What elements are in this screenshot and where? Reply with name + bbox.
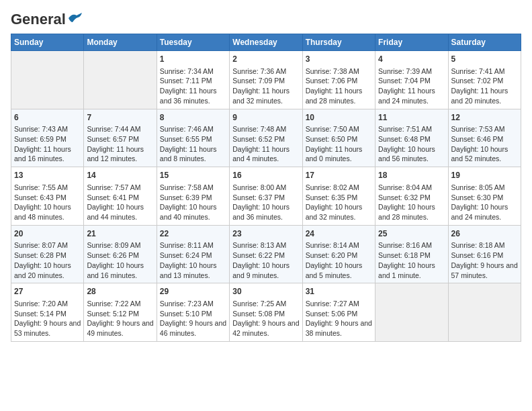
sunset: Sunset: 6:41 PM <box>87 193 139 201</box>
sunrise: Sunrise: 7:46 AM <box>160 125 214 133</box>
day-number: 20 <box>14 228 81 240</box>
table-cell: 16Sunrise: 8:00 AMSunset: 6:37 PMDayligh… <box>230 167 302 226</box>
daylight: Daylight: 9 hours and 46 minutes. <box>160 319 226 337</box>
logo-bird-icon <box>67 13 82 24</box>
sunrise: Sunrise: 7:38 AM <box>306 67 359 75</box>
daylight: Daylight: 11 hours and 4 minutes. <box>232 145 290 163</box>
table-cell: 8Sunrise: 7:46 AMSunset: 6:55 PMDaylight… <box>157 109 229 167</box>
daylight: Daylight: 10 hours and 56 minutes. <box>378 145 435 163</box>
sunset: Sunset: 6:24 PM <box>160 251 212 259</box>
sunrise: Sunrise: 7:39 AM <box>378 67 432 75</box>
sunrise: Sunrise: 7:27 AM <box>306 300 359 308</box>
sunset: Sunset: 6:20 PM <box>306 251 358 259</box>
table-cell: 19Sunrise: 8:05 AMSunset: 6:30 PMDayligh… <box>448 167 521 226</box>
col-monday: Monday <box>84 34 157 51</box>
sunset: Sunset: 5:14 PM <box>14 310 66 318</box>
sunrise: Sunrise: 7:36 AM <box>232 67 286 75</box>
sunset: Sunset: 6:28 PM <box>14 251 66 259</box>
day-number: 5 <box>451 54 518 65</box>
daylight: Daylight: 10 hours and 1 minute. <box>378 261 435 279</box>
col-friday: Friday <box>375 34 448 51</box>
table-cell: 22Sunrise: 8:11 AMSunset: 6:24 PMDayligh… <box>157 225 229 283</box>
table-cell: 14Sunrise: 7:57 AMSunset: 6:41 PMDayligh… <box>84 167 157 226</box>
sunrise: Sunrise: 8:13 AM <box>232 241 286 249</box>
day-number: 9 <box>232 112 299 124</box>
calendar-table: Sunday Monday Tuesday Wednesday Thursday… <box>11 34 521 342</box>
day-number: 23 <box>232 228 299 240</box>
daylight: Daylight: 9 hours and 57 minutes. <box>451 261 518 279</box>
daylight: Daylight: 11 hours and 16 minutes. <box>14 145 71 163</box>
day-number: 26 <box>451 228 518 240</box>
day-number: 25 <box>378 228 445 240</box>
table-cell: 11Sunrise: 7:51 AMSunset: 6:48 PMDayligh… <box>375 109 448 167</box>
day-number: 2 <box>232 54 299 65</box>
sunset: Sunset: 6:30 PM <box>451 193 504 201</box>
table-cell: 2Sunrise: 7:36 AMSunset: 7:09 PMDaylight… <box>230 51 302 109</box>
table-cell: 30Sunrise: 7:25 AMSunset: 5:08 PMDayligh… <box>230 283 302 342</box>
daylight: Daylight: 11 hours and 28 minutes. <box>306 87 363 105</box>
table-cell: 15Sunrise: 7:58 AMSunset: 6:39 PMDayligh… <box>157 167 229 226</box>
table-cell: 28Sunrise: 7:22 AMSunset: 5:12 PMDayligh… <box>84 283 157 342</box>
table-cell: 1Sunrise: 7:34 AMSunset: 7:11 PMDaylight… <box>157 51 229 109</box>
daylight: Daylight: 10 hours and 28 minutes. <box>378 203 435 221</box>
table-cell: 17Sunrise: 8:02 AMSunset: 6:35 PMDayligh… <box>302 167 375 226</box>
col-tuesday: Tuesday <box>157 34 229 51</box>
sunset: Sunset: 6:50 PM <box>306 135 358 143</box>
sunrise: Sunrise: 7:25 AM <box>232 300 286 308</box>
sunrise: Sunrise: 7:55 AM <box>14 183 68 191</box>
sunrise: Sunrise: 8:16 AM <box>378 241 432 249</box>
sunrise: Sunrise: 7:51 AM <box>378 125 432 133</box>
table-cell: 13Sunrise: 7:55 AMSunset: 6:43 PMDayligh… <box>11 167 84 226</box>
daylight: Daylight: 10 hours and 52 minutes. <box>451 145 508 163</box>
sunrise: Sunrise: 8:14 AM <box>306 241 359 249</box>
calendar-body: 1Sunrise: 7:34 AMSunset: 7:11 PMDaylight… <box>11 51 521 342</box>
daylight: Daylight: 10 hours and 20 minutes. <box>14 261 71 279</box>
daylight: Daylight: 11 hours and 20 minutes. <box>451 87 508 105</box>
daylight: Daylight: 10 hours and 5 minutes. <box>306 261 363 279</box>
sunset: Sunset: 6:48 PM <box>378 135 431 143</box>
sunset: Sunset: 6:57 PM <box>87 135 139 143</box>
table-cell: 5Sunrise: 7:41 AMSunset: 7:02 PMDaylight… <box>448 51 521 109</box>
day-number: 1 <box>160 54 226 65</box>
calendar-header: Sunday Monday Tuesday Wednesday Thursday… <box>11 34 521 51</box>
day-number: 31 <box>306 286 372 298</box>
table-cell: 21Sunrise: 8:09 AMSunset: 6:26 PMDayligh… <box>84 225 157 283</box>
daylight: Daylight: 10 hours and 13 minutes. <box>160 261 217 279</box>
daylight: Daylight: 9 hours and 38 minutes. <box>306 319 372 337</box>
sunset: Sunset: 6:43 PM <box>14 193 66 201</box>
sunrise: Sunrise: 7:34 AM <box>160 67 214 75</box>
sunset: Sunset: 7:06 PM <box>306 77 358 85</box>
daylight: Daylight: 10 hours and 40 minutes. <box>160 203 217 221</box>
table-cell: 26Sunrise: 8:18 AMSunset: 6:16 PMDayligh… <box>448 225 521 283</box>
sunset: Sunset: 5:10 PM <box>160 310 212 318</box>
sunset: Sunset: 6:18 PM <box>378 251 431 259</box>
sunrise: Sunrise: 7:20 AM <box>14 300 68 308</box>
day-number: 21 <box>87 228 153 240</box>
day-number: 14 <box>87 170 153 181</box>
logo-general: General <box>11 11 66 28</box>
sunset: Sunset: 6:55 PM <box>160 135 212 143</box>
sunset: Sunset: 5:06 PM <box>306 310 358 318</box>
sunrise: Sunrise: 7:22 AM <box>87 300 140 308</box>
day-number: 19 <box>451 170 518 181</box>
col-thursday: Thursday <box>302 34 375 51</box>
daylight: Daylight: 10 hours and 9 minutes. <box>232 261 290 279</box>
daylight: Daylight: 11 hours and 0 minutes. <box>306 145 363 163</box>
sunrise: Sunrise: 8:05 AM <box>451 183 505 191</box>
daylight: Daylight: 9 hours and 42 minutes. <box>232 319 299 337</box>
day-number: 7 <box>87 112 153 124</box>
table-cell <box>11 51 84 109</box>
logo: General <box>11 11 82 26</box>
sunset: Sunset: 7:11 PM <box>160 77 212 85</box>
day-number: 15 <box>160 170 226 181</box>
table-cell: 3Sunrise: 7:38 AMSunset: 7:06 PMDaylight… <box>302 51 375 109</box>
col-sunday: Sunday <box>11 34 84 51</box>
sunrise: Sunrise: 7:41 AM <box>451 67 505 75</box>
daylight: Daylight: 10 hours and 32 minutes. <box>306 203 363 221</box>
sunset: Sunset: 6:46 PM <box>451 135 504 143</box>
day-number: 18 <box>378 170 445 181</box>
day-number: 24 <box>306 228 372 240</box>
table-cell: 4Sunrise: 7:39 AMSunset: 7:04 PMDaylight… <box>375 51 448 109</box>
sunset: Sunset: 6:32 PM <box>378 193 431 201</box>
day-number: 16 <box>232 170 299 181</box>
